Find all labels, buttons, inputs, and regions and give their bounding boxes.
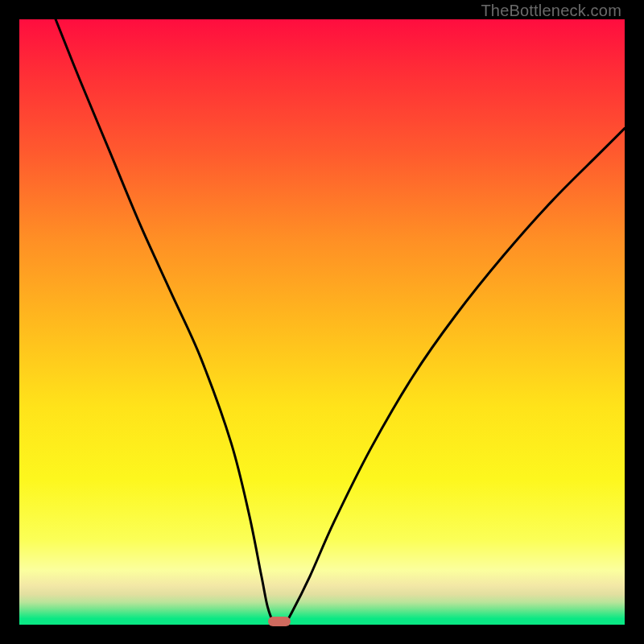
bottleneck-curve bbox=[19, 19, 625, 625]
plot-area bbox=[19, 19, 625, 625]
watermark-text: TheBottleneck.com bbox=[481, 2, 621, 20]
minimum-marker bbox=[268, 617, 291, 626]
chart-stage: TheBottleneck.com bbox=[0, 0, 644, 644]
